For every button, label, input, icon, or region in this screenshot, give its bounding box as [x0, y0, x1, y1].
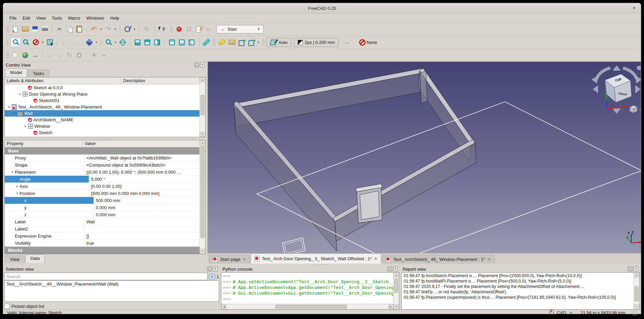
nav-forward-icon[interactable]: → [70, 38, 79, 47]
workbench-selector[interactable]: →Start▼ [216, 25, 264, 33]
scroll-right-icon[interactable]: ▶ [388, 304, 393, 309]
navigation-cube[interactable]: TOP FRONT [591, 65, 641, 114]
property-group-row[interactable]: Base [5, 147, 199, 154]
toolbar-grip[interactable] [262, 39, 265, 46]
window-opening[interactable] [420, 71, 427, 103]
axonometric-icon[interactable] [118, 38, 127, 47]
console-scrollbar[interactable]: ▲ ▼ [393, 273, 399, 309]
nav-mini-cube-icon[interactable] [630, 105, 637, 113]
draw-style-icon[interactable] [31, 38, 40, 47]
close-panel-icon[interactable]: × [200, 63, 205, 67]
dropdown-caret-icon[interactable]: ▾ [99, 25, 103, 33]
menu-edit[interactable]: Edit [20, 15, 33, 22]
edit-macro-icon[interactable] [194, 25, 203, 33]
selection-search-input[interactable]: Search [4, 273, 208, 280]
property-row[interactable]: Angle5.000 ° [5, 176, 199, 183]
property-row[interactable]: ▾Placement[(0.00 0.00 1.00); 5.000 °; (5… [5, 169, 199, 176]
property-row[interactable]: ▸Axis[0.00 0.00 1.00] [5, 183, 199, 190]
selection-list-item[interactable]: Test__ArchSketch__49__Window_Placement#W… [6, 281, 217, 287]
property-row[interactable]: Proxy<ArchWall._Wall object at 0x7fa8b19… [5, 154, 199, 162]
tree-item[interactable]: Sketch001 [5, 97, 199, 104]
property-value[interactable]: 5.000 ° [89, 176, 199, 182]
property-value[interactable]: [(0.00 0.00 1.00); 5.000 °; (500.000 mm … [84, 169, 199, 175]
expander-icon[interactable]: ▸ [15, 185, 20, 188]
web-back-icon[interactable]: ← [45, 51, 54, 59]
line-width-button[interactable]: 2px | 0.200 mm [294, 38, 339, 47]
property-scrollbar[interactable]: ▲ ▼ [199, 140, 205, 254]
tab-view[interactable]: View [5, 255, 25, 263]
chevron-down-icon[interactable]: ▼ [569, 311, 572, 315]
tree-item[interactable]: ▾Window [5, 123, 199, 129]
menu-help[interactable]: Help [107, 15, 123, 22]
close-tab-icon[interactable]: ✕ [487, 257, 491, 262]
dropdown-caret-icon[interactable]: ▾ [113, 25, 117, 33]
open-file-icon[interactable] [21, 25, 30, 33]
scroll-down-icon[interactable]: ▼ [634, 304, 639, 309]
dropdown-caret-icon[interactable]: ▾ [257, 38, 260, 47]
toolbar-grip[interactable] [6, 52, 9, 58]
navigation-style-selector[interactable]: CAD [557, 310, 566, 315]
zoom-in-icon[interactable]: + [89, 51, 99, 59]
view-bottom-icon[interactable] [177, 38, 186, 47]
property-row[interactable]: z0.000 mm [5, 211, 199, 218]
measure-distance-icon[interactable] [202, 38, 211, 47]
tree-scrollbar[interactable]: ▲ ▼ [199, 77, 205, 137]
clear-search-icon[interactable]: × [209, 274, 215, 279]
web-forward-icon[interactable]: → [55, 51, 64, 59]
web-home-icon[interactable] [21, 51, 30, 59]
property-value[interactable]: [500.000 mm 0.000 mm 0.000 mm] [89, 190, 199, 197]
redo-icon[interactable]: ↷ [104, 25, 113, 33]
menu-windows[interactable]: Windows [83, 15, 107, 22]
expander-icon[interactable]: ▾ [7, 105, 11, 109]
snap-arrow-icon[interactable]: → [342, 38, 351, 47]
report-log[interactable]: 01:56:47 fp.hostSketch.Placement is ... … [402, 273, 634, 309]
tree-column-labels[interactable]: Labels & Attributes [5, 77, 121, 84]
tree-item[interactable]: ▾Wall [5, 110, 199, 117]
save-icon[interactable] [30, 25, 39, 33]
scroll-up-icon[interactable]: ▲ [200, 140, 205, 145]
create-part-icon[interactable] [217, 38, 226, 47]
scroll-down-icon[interactable]: ▼ [200, 249, 205, 254]
web-refresh-icon[interactable]: ↻ [65, 51, 74, 59]
scroll-thumb[interactable] [200, 146, 205, 238]
view-rear-icon[interactable] [167, 38, 177, 47]
stop-macro-icon[interactable] [184, 25, 193, 33]
report-scrollbar[interactable]: ▲ ▼ [634, 273, 639, 309]
property-value[interactable]: 0.000 mm [94, 211, 199, 218]
toolbar-grip[interactable] [213, 39, 215, 46]
tree-item[interactable]: Sketch at 0,0,0 [5, 84, 199, 91]
property-value[interactable]: [0.00 0.00 1.00] [89, 183, 199, 190]
tree-property-splitter[interactable]: ······ [4, 137, 206, 140]
zoom-out-icon[interactable]: − [99, 51, 108, 59]
float-panel-icon[interactable] [628, 267, 633, 271]
validate-sketch-icon[interactable] [123, 25, 132, 33]
scroll-down-icon[interactable]: ▼ [200, 132, 205, 137]
fit-selection-icon[interactable] [21, 38, 30, 47]
tab-data[interactable]: Data [25, 254, 45, 263]
property-row[interactable]: Label2 [5, 225, 199, 232]
zoom-icon[interactable] [104, 38, 113, 47]
property-value[interactable] [84, 225, 199, 232]
property-value[interactable]: [] [84, 232, 199, 239]
property-value[interactable]: <Compound object at 0x5590bc43bdc0> [84, 162, 199, 168]
browser-sphere-icon[interactable] [11, 51, 20, 59]
scroll-up-icon[interactable]: ▲ [394, 273, 399, 278]
console-hscrollbar[interactable]: ◀ ▶ [221, 304, 393, 309]
toolbar-grip[interactable] [170, 26, 172, 32]
property-row[interactable]: ▾Position[500.000 mm 0.000 mm 0.000 mm] [5, 190, 199, 197]
property-row[interactable]: Expression Engine[] [5, 232, 199, 240]
float-panel-icon[interactable] [387, 267, 392, 271]
scroll-left-icon[interactable]: ◀ [221, 304, 226, 309]
menu-macro[interactable]: Macro [65, 15, 83, 22]
scroll-down-icon[interactable]: ▼ [394, 304, 399, 309]
make-sub-link-icon[interactable]: ↪ [247, 38, 256, 47]
menu-tools[interactable]: Tools [49, 15, 65, 22]
record-macro-icon[interactable] [175, 25, 184, 33]
property-value[interactable]: true [84, 240, 199, 246]
expander-icon[interactable]: ▾ [18, 93, 22, 96]
dropdown-caret-icon[interactable]: ▾ [114, 38, 117, 47]
close-panel-icon[interactable]: × [213, 267, 218, 271]
tab-tasks[interactable]: Tasks [28, 70, 49, 77]
toolbar-grip[interactable] [6, 26, 9, 32]
expander-icon[interactable]: ▾ [15, 192, 20, 195]
